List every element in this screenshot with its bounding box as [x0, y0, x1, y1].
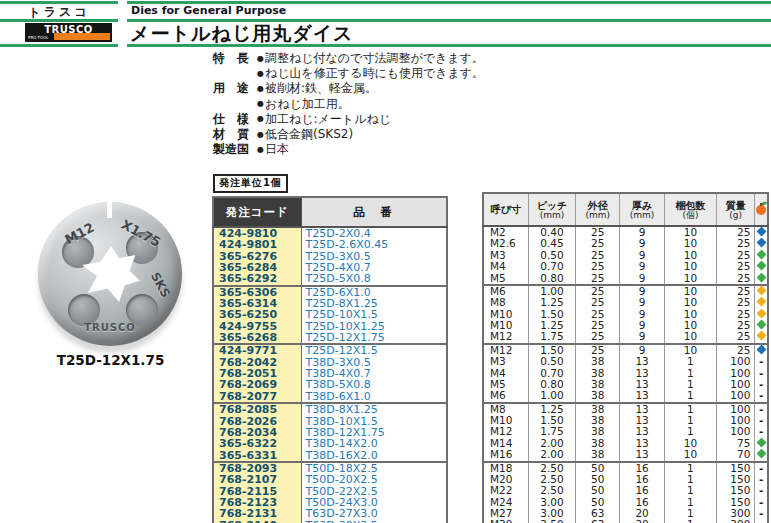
dash-mark: -	[759, 519, 763, 523]
part-number-cell: T50D-24X3.0	[301, 497, 447, 508]
stock-mark-cell	[755, 309, 768, 320]
nominal-size-cell: M2.6	[483, 238, 528, 249]
pack-quantity-cell: 1	[664, 485, 716, 496]
bullet-icon: ●	[257, 54, 264, 63]
outer-diameter-cell: 25	[576, 320, 620, 331]
outer-diameter-cell: 38	[576, 390, 620, 402]
order-row: 365-6284T25D-4X0.7	[213, 262, 447, 273]
pack-quantity-cell: 1	[664, 368, 716, 379]
diamond-mark-green	[756, 273, 766, 282]
part-number-header: 品 番	[301, 197, 447, 227]
stock-mark-cell: -	[755, 379, 768, 390]
thickness-cell: 9	[620, 261, 664, 272]
size-header-cell: ピッチ(mm)	[528, 193, 575, 226]
mass-cell: 300	[717, 519, 755, 523]
pitch-cell: 0.70	[528, 368, 575, 379]
dash-mark: -	[759, 379, 763, 390]
pitch-cell: 1.50	[528, 344, 575, 356]
thickness-cell: 9	[620, 297, 664, 308]
order-code-cell: 424-9810	[213, 227, 301, 239]
spec-label: 特 長	[213, 51, 257, 66]
stock-mark-cell	[755, 250, 768, 261]
pitch-cell: 1.00	[528, 390, 575, 402]
order-row: 768-2026T38D-10X1.5	[213, 416, 447, 427]
order-code-cell: 768-2026	[213, 416, 301, 427]
thickness-cell: 16	[620, 497, 664, 508]
pitch-cell: 1.25	[528, 320, 575, 331]
dash-mark: -	[759, 356, 763, 367]
pitch-cell: 1.50	[528, 309, 575, 320]
order-code-cell: 768-2077	[213, 391, 301, 403]
diamond-mark-amber	[756, 297, 766, 306]
part-number-cell: T25D-4X0.7	[301, 262, 447, 273]
dash-mark: -	[759, 462, 763, 474]
mass-cell: 150	[717, 474, 755, 485]
spec-label: 材 質	[213, 127, 257, 142]
pack-quantity-cell: 1	[664, 462, 716, 474]
spec-row: 用 途●被削材:鉄、軽金属。●おねじ加工用。	[213, 81, 543, 111]
order-row: 365-6306T25D-6X1.0	[213, 286, 447, 298]
nominal-size-cell: M12	[483, 344, 528, 356]
size-header-cell: 梱包数(個)	[664, 193, 716, 226]
spec-line-text: ●ねじ山を修正する時にも使用できます。	[257, 66, 543, 81]
page-title: メートルねじ用丸ダイス	[130, 21, 354, 47]
stock-mark-cell: -	[755, 403, 768, 415]
divider	[0, 44, 118, 47]
size-header-unit: (g)	[717, 211, 754, 220]
size-row: M303.5063201300-	[483, 519, 768, 523]
mass-cell: 70	[717, 449, 755, 461]
mass-cell: 25	[717, 261, 755, 272]
pack-quantity-cell: 1	[664, 426, 716, 437]
outer-diameter-cell: 25	[576, 297, 620, 308]
thickness-cell: 13	[620, 379, 664, 390]
spec-list: 特 長●調整ねじ付なので寸法調整ができます。●ねじ山を修正する時にも使用できます…	[213, 51, 543, 157]
pitch-cell: 1.75	[528, 426, 575, 437]
pack-quantity-cell: 1	[664, 519, 716, 523]
order-row: 768-2069T38D-5X0.8	[213, 379, 447, 390]
pitch-cell: 2.50	[528, 462, 575, 474]
spec-lines: ●調整ねじ付なので寸法調整ができます。●ねじ山を修正する時にも使用できます。	[257, 51, 543, 81]
order-code-cell: 768-2085	[213, 403, 301, 415]
part-number-cell: T25D-10X1.25	[301, 321, 447, 332]
size-header-unit: (mm)	[529, 211, 575, 220]
outer-diameter-cell: 63	[576, 519, 620, 523]
size-header-cell: 呼び寸	[483, 193, 528, 226]
pack-quantity-cell: 10	[664, 285, 716, 297]
stock-mark-cell	[755, 238, 768, 249]
product-photo: M12 X1.75 SKS TRUSCO	[38, 202, 182, 346]
outer-diameter-cell: 38	[576, 379, 620, 390]
nominal-size-cell: M2	[483, 226, 528, 238]
mass-cell: 25	[717, 285, 755, 297]
spec-label: 仕 様	[213, 112, 257, 127]
diamond-mark-blue	[756, 238, 766, 247]
order-code-cell: 365-6250	[213, 309, 301, 320]
stock-mark-cell: -	[755, 508, 768, 519]
size-header-unit: (mm)	[576, 211, 619, 220]
size-header-label: 厚み	[620, 200, 663, 211]
spec-line-text: ●被削材:鉄、軽金属。	[257, 81, 543, 96]
diamond-mark-blue	[756, 227, 766, 237]
order-table-body: 424-9810T25D-2X0.4424-9801T25D-2.6X0.453…	[213, 227, 447, 523]
order-code-cell: 768-2093	[213, 462, 301, 474]
nominal-size-cell: M12	[483, 426, 528, 437]
bullet-icon: ●	[257, 84, 264, 93]
pitch-cell: 0.40	[528, 226, 575, 238]
spec-line-text: ●おねじ加工用。	[257, 97, 543, 112]
size-row: M182.5050161150-	[483, 462, 768, 474]
part-number-cell: T38D-5X0.8	[301, 379, 447, 390]
nominal-size-cell: M8	[483, 297, 528, 308]
nominal-size-cell: M14	[483, 438, 528, 449]
pack-quantity-cell: 10	[664, 438, 716, 449]
mass-cell: 150	[717, 462, 755, 474]
size-row: M81.2538131100-	[483, 403, 768, 415]
size-row: M101.502591025	[483, 309, 768, 320]
pack-quantity-cell: 10	[664, 297, 716, 308]
size-header-label: 呼び寸	[484, 204, 528, 215]
stock-mark-cell: -	[755, 368, 768, 379]
size-row: M273.0063201300-	[483, 508, 768, 519]
part-number-cell: T25D-8X1.25	[301, 298, 447, 309]
part-number-cell: T25D-2X0.4	[301, 227, 447, 239]
part-number-cell: T25D-3X0.5	[301, 251, 447, 262]
diamond-mark-green	[756, 320, 766, 329]
pitch-cell: 2.00	[528, 449, 575, 461]
